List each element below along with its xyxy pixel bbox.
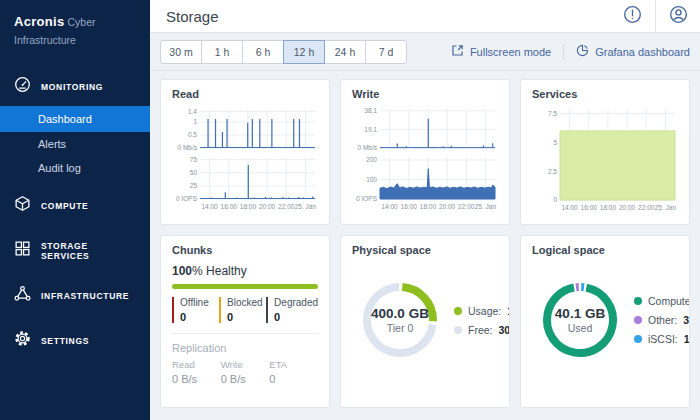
svg-text:14:00: 14:00 (561, 204, 578, 211)
svg-text:75: 75 (190, 156, 198, 163)
replication-write: Write 0 B/s (221, 359, 270, 385)
gauge-icon (14, 76, 31, 97)
sidebar-section-storage-services[interactable]: STORAGE SERVICES (0, 231, 150, 270)
legend-label: iSCSI: (648, 333, 678, 345)
healthy-suffix: % Healthy (192, 264, 247, 278)
svg-text:100: 100 (366, 176, 377, 183)
alert-info-icon (623, 5, 642, 28)
notifications-button[interactable] (610, 0, 655, 33)
sidebar-section-infrastructure[interactable]: INFRASTRUCTURE (0, 276, 150, 315)
offline-stat: Offline 0 (172, 297, 219, 323)
user-account-button[interactable] (655, 0, 700, 33)
replication-read: Read 0 B/s (172, 359, 221, 385)
toolbar-divider (563, 44, 564, 60)
read-throughput-chart: 1.410.50 Mb/s (172, 104, 318, 152)
other-dot-icon (634, 316, 642, 324)
legend-value: 100.0 GB (507, 305, 510, 317)
degraded-stat: Degraded 0 (266, 297, 318, 323)
svg-text:0 Mb/s: 0 Mb/s (357, 144, 377, 151)
sidebar-section-label: SETTINGS (41, 336, 89, 346)
sidebar-item-audit-log[interactable]: Audit log (0, 156, 150, 180)
donut-total: 400.0 GB (371, 306, 429, 321)
read-iops-chart: 7550250 IOPS14:0016:0018:0020:0022:0025.… (172, 152, 318, 214)
services-card: Services 7.552.5014:0016:0018:0020:0022:… (520, 79, 690, 225)
page-header: Storage (150, 0, 700, 33)
sidebar-section-monitoring[interactable]: MONITORING (0, 67, 150, 106)
chunks-stats: Offline 0 Blocked 0 Degraded 0 (172, 297, 318, 323)
toolbar-right: Fullscreen mode Grafana dashboard (451, 44, 690, 60)
grafana-pie-icon (576, 44, 589, 59)
legend-item-free: Free: 300.0 GB (454, 324, 510, 336)
chunks-health-status: 100% Healthy (172, 264, 318, 278)
svg-text:25. Jan: 25. Jan (475, 203, 497, 210)
healthy-percent: 100 (172, 264, 192, 278)
gear-icon (14, 330, 31, 351)
svg-text:0.5: 0.5 (188, 131, 197, 138)
physical-space-donut: 400.0 GB Tier 0 (358, 278, 442, 362)
card-title: Services (532, 88, 678, 100)
sidebar-section-label: INFRASTRUCTURE (41, 291, 129, 301)
svg-text:16:00: 16:00 (401, 203, 418, 210)
divider (172, 333, 318, 334)
user-icon (669, 5, 688, 28)
card-title: Logical space (532, 244, 678, 256)
card-title: Write (352, 88, 498, 100)
sidebar-nav: MONITORING Dashboard Alerts Audit log CO… (0, 67, 150, 360)
svg-text:1: 1 (193, 118, 197, 125)
replication-title: Replication (172, 342, 318, 354)
card-title: Physical space (352, 244, 498, 256)
page-title: Storage (150, 8, 610, 25)
repl-value: 0 B/s (172, 373, 221, 385)
logical-space-card: Logical space 40.1 GB Used Compute: (520, 235, 690, 408)
donut-center-text: 40.1 GB Used (538, 278, 622, 362)
chunks-card: Chunks 100% Healthy Offline 0 Blocked 0 (160, 235, 330, 408)
iscsi-dot-icon (634, 335, 642, 343)
time-range-6h[interactable]: 6 h (242, 40, 284, 64)
monitoring-submenu: Dashboard Alerts Audit log (0, 106, 150, 180)
legend-label: Compute: (648, 295, 690, 307)
replication-stats: Read 0 B/s Write 0 B/s ETA 0 (172, 359, 318, 385)
sidebar-item-alerts[interactable]: Alerts (0, 132, 150, 156)
svg-text:0: 0 (553, 196, 557, 203)
logical-space-legend: Compute: 40.1 GB Other: 34.6 MB iSCSI: 1… (634, 295, 690, 345)
usage-dot-icon (454, 307, 462, 315)
main-area: Storage 30 m 1 h 6 h (150, 0, 700, 420)
services-chart: 7.552.5014:0016:0018:0020:0022:0025. Jan (532, 104, 678, 215)
svg-text:16:00: 16:00 (581, 204, 598, 211)
svg-text:50: 50 (190, 169, 198, 176)
stat-value: 0 (274, 311, 318, 323)
logical-space-donut: 40.1 GB Used (538, 278, 622, 362)
sidebar-item-dashboard[interactable]: Dashboard (0, 106, 150, 132)
stat-label: Blocked (227, 297, 266, 308)
repl-value: 0 B/s (221, 373, 270, 385)
svg-text:16:00: 16:00 (221, 203, 238, 210)
sidebar-section-settings[interactable]: SETTINGS (0, 321, 150, 360)
replication-eta: ETA 0 (269, 359, 318, 385)
card-title: Read (172, 88, 318, 100)
physical-space-legend: Usage: 100.0 GB Free: 300.0 GB (454, 305, 510, 336)
svg-text:25. Jan: 25. Jan (295, 203, 317, 210)
time-range-7d[interactable]: 7 d (365, 40, 407, 64)
legend-label: Usage: (468, 305, 501, 317)
sidebar-section-compute[interactable]: COMPUTE (0, 186, 150, 225)
stat-label: Degraded (274, 297, 318, 308)
svg-text:200: 200 (366, 156, 377, 163)
write-card: Write 38.119.10 Mb/s 2001000 IOPS14:0016… (340, 79, 510, 225)
svg-text:1.4: 1.4 (188, 108, 197, 115)
legend-item-iscsi: iSCSI: 1.1 MB (634, 333, 690, 345)
grid-icon (14, 240, 31, 261)
time-range-1h[interactable]: 1 h (201, 40, 243, 64)
time-range-24h[interactable]: 24 h (324, 40, 366, 64)
fullscreen-icon (451, 44, 464, 59)
toolbar: 30 m 1 h 6 h 12 h 24 h 7 d Fullscreen mo… (150, 33, 700, 71)
legend-item-usage: Usage: 100.0 GB (454, 305, 510, 317)
svg-text:38.1: 38.1 (364, 107, 377, 114)
fullscreen-mode-button[interactable]: Fullscreen mode (451, 44, 551, 59)
svg-text:0 IOPS: 0 IOPS (176, 195, 198, 202)
svg-text:2.5: 2.5 (548, 168, 557, 175)
svg-text:20:00: 20:00 (619, 204, 636, 211)
grafana-dashboard-button[interactable]: Grafana dashboard (576, 44, 690, 59)
svg-text:25. Jan: 25. Jan (655, 204, 677, 211)
time-range-12h[interactable]: 12 h (283, 40, 325, 64)
time-range-30m[interactable]: 30 m (160, 40, 202, 64)
